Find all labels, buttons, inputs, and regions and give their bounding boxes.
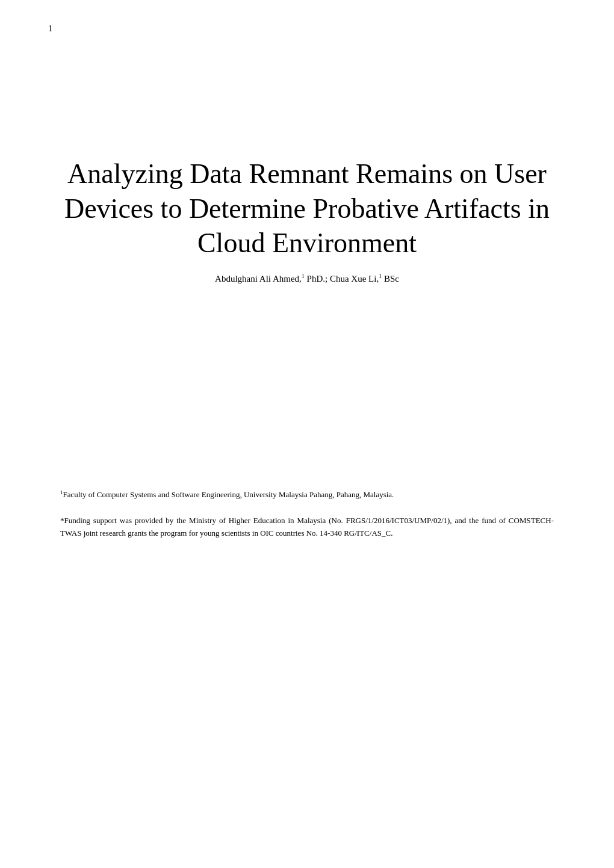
document-page: 1 Analyzing Data Remnant Remains on User… bbox=[0, 0, 614, 868]
title-line-2: Devices to Determine Probative Artifacts… bbox=[64, 193, 550, 224]
document-title: Analyzing Data Remnant Remains on User D… bbox=[60, 157, 554, 261]
author2-degree: BSc bbox=[382, 274, 399, 284]
funding-footnote: *Funding support was provided by the Min… bbox=[60, 515, 554, 540]
page-number: 1 bbox=[48, 24, 52, 34]
title-line-3: Cloud Environment bbox=[197, 228, 417, 258]
author1-degree: PhD.; Chua Xue Li, bbox=[305, 274, 379, 284]
title-line-1: Analyzing Data Remnant Remains on User bbox=[67, 158, 547, 189]
footnote-section: 1Faculty of Computer Systems and Softwar… bbox=[60, 489, 554, 540]
affiliation-footnote: 1Faculty of Computer Systems and Softwar… bbox=[60, 489, 554, 501]
authors-line: Abdulghani Ali Ahmed,1 PhD.; Chua Xue Li… bbox=[60, 273, 554, 284]
affiliation-text: Faculty of Computer Systems and Software… bbox=[63, 490, 394, 499]
title-section: Analyzing Data Remnant Remains on User D… bbox=[60, 157, 554, 284]
author1-name: Abdulghani Ali Ahmed, bbox=[215, 274, 302, 284]
